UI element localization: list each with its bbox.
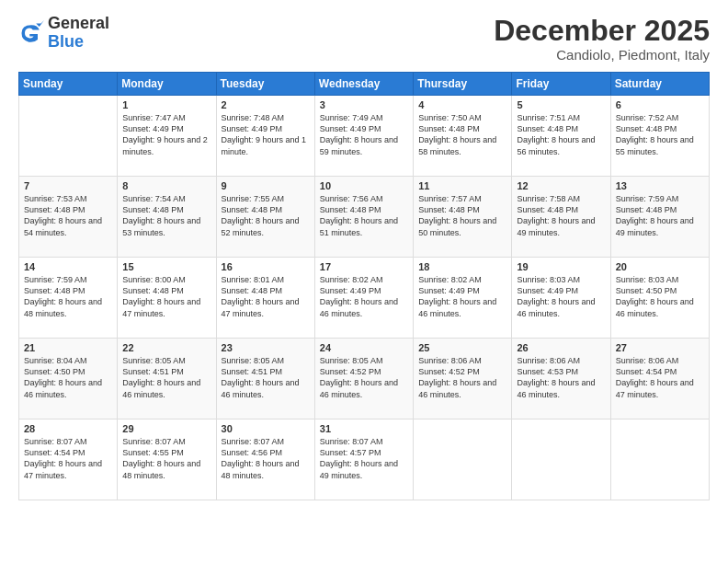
calendar-week-row: 28Sunrise: 8:07 AMSunset: 4:54 PMDayligh… [19, 419, 710, 500]
calendar-cell: 31Sunrise: 8:07 AMSunset: 4:57 PMDayligh… [314, 419, 413, 500]
calendar-week-row: 1Sunrise: 7:47 AMSunset: 4:49 PMDaylight… [19, 96, 710, 177]
calendar-cell: 19Sunrise: 8:03 AMSunset: 4:49 PMDayligh… [512, 258, 610, 339]
cell-info: Sunrise: 7:48 AMSunset: 4:49 PMDaylight:… [222, 112, 310, 157]
cell-info: Sunrise: 8:06 AMSunset: 4:52 PMDaylight:… [418, 355, 506, 400]
cell-info: Sunrise: 8:07 AMSunset: 4:57 PMDaylight:… [320, 436, 408, 481]
day-number: 24 [320, 342, 408, 353]
calendar-cell: 27Sunrise: 8:06 AMSunset: 4:54 PMDayligh… [610, 339, 709, 419]
day-number: 18 [418, 261, 506, 272]
logo-icon [18, 20, 44, 46]
day-number: 1 [122, 99, 210, 110]
calendar-cell: 9Sunrise: 7:55 AMSunset: 4:48 PMDaylight… [216, 177, 314, 258]
day-number: 8 [122, 180, 210, 191]
day-number: 19 [517, 261, 605, 272]
calendar-cell [512, 419, 610, 500]
cell-info: Sunrise: 7:50 AMSunset: 4:48 PMDaylight:… [418, 112, 506, 157]
day-number: 5 [517, 99, 605, 110]
calendar-cell: 26Sunrise: 8:06 AMSunset: 4:53 PMDayligh… [512, 339, 610, 419]
cell-info: Sunrise: 7:56 AMSunset: 4:48 PMDaylight:… [320, 193, 408, 238]
cell-info: Sunrise: 8:04 AMSunset: 4:50 PMDaylight:… [24, 355, 112, 400]
day-number: 9 [222, 180, 310, 191]
calendar-cell: 16Sunrise: 8:01 AMSunset: 4:48 PMDayligh… [216, 258, 314, 339]
calendar-cell: 12Sunrise: 7:58 AMSunset: 4:48 PMDayligh… [512, 177, 610, 258]
calendar-day-header: Friday [512, 73, 610, 96]
calendar-day-header: Wednesday [314, 73, 413, 96]
calendar-day-header: Sunday [19, 73, 118, 96]
calendar-cell: 10Sunrise: 7:56 AMSunset: 4:48 PMDayligh… [314, 177, 413, 258]
cell-info: Sunrise: 7:57 AMSunset: 4:48 PMDaylight:… [418, 193, 506, 238]
cell-info: Sunrise: 8:05 AMSunset: 4:51 PMDaylight:… [122, 355, 210, 400]
calendar-cell: 30Sunrise: 8:07 AMSunset: 4:56 PMDayligh… [216, 419, 314, 500]
header: General Blue December 2025 Candiolo, Pie… [18, 15, 710, 63]
calendar-cell: 2Sunrise: 7:48 AMSunset: 4:49 PMDaylight… [216, 96, 314, 177]
cell-info: Sunrise: 7:54 AMSunset: 4:48 PMDaylight:… [122, 193, 210, 238]
calendar-cell [610, 419, 709, 500]
cell-info: Sunrise: 8:02 AMSunset: 4:49 PMDaylight:… [320, 274, 408, 319]
day-number: 10 [320, 180, 408, 191]
calendar-cell: 21Sunrise: 8:04 AMSunset: 4:50 PMDayligh… [19, 339, 118, 419]
calendar-cell: 8Sunrise: 7:54 AMSunset: 4:48 PMDaylight… [118, 177, 216, 258]
cell-info: Sunrise: 7:47 AMSunset: 4:49 PMDaylight:… [122, 112, 210, 157]
title-block: December 2025 Candiolo, Piedmont, Italy [494, 15, 710, 63]
day-number: 28 [24, 423, 112, 434]
day-number: 25 [418, 342, 506, 353]
cell-info: Sunrise: 8:06 AMSunset: 4:53 PMDaylight:… [517, 355, 605, 400]
calendar-cell: 29Sunrise: 8:07 AMSunset: 4:55 PMDayligh… [118, 419, 216, 500]
calendar-cell [19, 96, 118, 177]
calendar-cell: 13Sunrise: 7:59 AMSunset: 4:48 PMDayligh… [610, 177, 709, 258]
cell-info: Sunrise: 7:53 AMSunset: 4:48 PMDaylight:… [24, 193, 112, 238]
cell-info: Sunrise: 7:52 AMSunset: 4:48 PMDaylight:… [616, 112, 704, 157]
day-number: 26 [517, 342, 605, 353]
location: Candiolo, Piedmont, Italy [494, 47, 710, 63]
day-number: 4 [418, 99, 506, 110]
calendar-cell [414, 419, 512, 500]
calendar-cell: 15Sunrise: 8:00 AMSunset: 4:48 PMDayligh… [118, 258, 216, 339]
cell-info: Sunrise: 8:01 AMSunset: 4:48 PMDaylight:… [222, 274, 310, 319]
cell-info: Sunrise: 8:07 AMSunset: 4:55 PMDaylight:… [122, 436, 210, 481]
cell-info: Sunrise: 8:00 AMSunset: 4:48 PMDaylight:… [122, 274, 210, 319]
cell-info: Sunrise: 7:55 AMSunset: 4:48 PMDaylight:… [222, 193, 310, 238]
calendar-cell: 7Sunrise: 7:53 AMSunset: 4:48 PMDaylight… [19, 177, 118, 258]
day-number: 7 [24, 180, 112, 191]
day-number: 31 [320, 423, 408, 434]
cell-info: Sunrise: 7:59 AMSunset: 4:48 PMDaylight:… [24, 274, 112, 319]
calendar-cell: 17Sunrise: 8:02 AMSunset: 4:49 PMDayligh… [314, 258, 413, 339]
calendar-table: SundayMondayTuesdayWednesdayThursdayFrid… [18, 72, 710, 500]
calendar-day-header: Monday [118, 73, 216, 96]
day-number: 30 [222, 423, 310, 434]
day-number: 17 [320, 261, 408, 272]
calendar-week-row: 7Sunrise: 7:53 AMSunset: 4:48 PMDaylight… [19, 177, 710, 258]
month-title: December 2025 [494, 15, 710, 47]
day-number: 13 [616, 180, 704, 191]
page: General Blue December 2025 Candiolo, Pie… [0, 0, 728, 563]
calendar-header-row: SundayMondayTuesdayWednesdayThursdayFrid… [19, 73, 710, 96]
calendar-cell: 5Sunrise: 7:51 AMSunset: 4:48 PMDaylight… [512, 96, 610, 177]
cell-info: Sunrise: 8:05 AMSunset: 4:52 PMDaylight:… [320, 355, 408, 400]
day-number: 16 [222, 261, 310, 272]
calendar-cell: 23Sunrise: 8:05 AMSunset: 4:51 PMDayligh… [216, 339, 314, 419]
cell-info: Sunrise: 7:59 AMSunset: 4:48 PMDaylight:… [616, 193, 704, 238]
calendar-week-row: 14Sunrise: 7:59 AMSunset: 4:48 PMDayligh… [19, 258, 710, 339]
calendar-cell: 3Sunrise: 7:49 AMSunset: 4:49 PMDaylight… [314, 96, 413, 177]
calendar-cell: 4Sunrise: 7:50 AMSunset: 4:48 PMDaylight… [414, 96, 512, 177]
cell-info: Sunrise: 8:07 AMSunset: 4:56 PMDaylight:… [222, 436, 310, 481]
logo: General Blue [18, 15, 109, 52]
logo-text: General Blue [48, 15, 109, 52]
calendar-cell: 14Sunrise: 7:59 AMSunset: 4:48 PMDayligh… [19, 258, 118, 339]
calendar-cell: 20Sunrise: 8:03 AMSunset: 4:50 PMDayligh… [610, 258, 709, 339]
cell-info: Sunrise: 8:07 AMSunset: 4:54 PMDaylight:… [24, 436, 112, 481]
calendar-cell: 24Sunrise: 8:05 AMSunset: 4:52 PMDayligh… [314, 339, 413, 419]
day-number: 2 [222, 99, 310, 110]
day-number: 15 [122, 261, 210, 272]
calendar-day-header: Tuesday [216, 73, 314, 96]
calendar-cell: 22Sunrise: 8:05 AMSunset: 4:51 PMDayligh… [118, 339, 216, 419]
logo-blue-text: Blue [48, 33, 109, 52]
cell-info: Sunrise: 7:49 AMSunset: 4:49 PMDaylight:… [320, 112, 408, 157]
calendar-cell: 6Sunrise: 7:52 AMSunset: 4:48 PMDaylight… [610, 96, 709, 177]
logo-general-text: General [48, 15, 109, 33]
cell-info: Sunrise: 7:51 AMSunset: 4:48 PMDaylight:… [517, 112, 605, 157]
day-number: 6 [616, 99, 704, 110]
cell-info: Sunrise: 7:58 AMSunset: 4:48 PMDaylight:… [517, 193, 605, 238]
day-number: 29 [122, 423, 210, 434]
day-number: 3 [320, 99, 408, 110]
